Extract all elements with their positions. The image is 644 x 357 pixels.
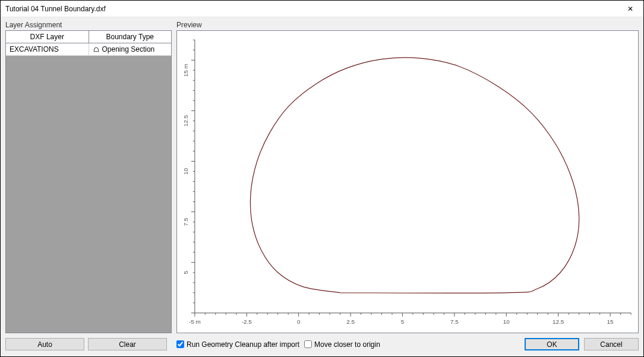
svg-text:15 m: 15 m: [182, 64, 189, 77]
header-dxf-layer: DXF Layer: [6, 31, 89, 43]
grid-header: DXF Layer Boundary Type: [6, 31, 171, 43]
window-title: Tutorial 04 Tunnel Boundary.dxf: [1, 5, 617, 13]
titlebar: Tutorial 04 Tunnel Boundary.dxf ✕: [1, 1, 643, 17]
left-actions: Auto Clear: [5, 338, 172, 350]
run-cleanup-label: Run Geometry Cleanup after import: [187, 340, 299, 349]
dialog-footer: Auto Clear Run Geometry Cleanup after im…: [1, 333, 643, 356]
svg-text:-2.5: -2.5: [242, 318, 252, 325]
svg-text:10: 10: [503, 318, 510, 325]
preview-canvas[interactable]: -5 m-2.502.557.51012.51557.51012.515 m: [176, 30, 639, 333]
auto-button[interactable]: Auto: [5, 338, 84, 350]
header-boundary-type: Boundary Type: [89, 31, 172, 43]
cell-boundary-type[interactable]: Opening Section: [89, 43, 172, 55]
dialog-body: Layer Assignment DXF Layer Boundary Type…: [1, 17, 643, 333]
svg-text:0: 0: [297, 318, 301, 325]
preview-plot: -5 m-2.502.557.51012.51557.51012.515 m: [177, 31, 638, 333]
cell-layer: EXCAVATIONS: [6, 43, 89, 55]
move-origin-input[interactable]: [304, 340, 312, 348]
svg-text:12.5: 12.5: [553, 318, 564, 325]
svg-text:-5 m: -5 m: [189, 318, 201, 325]
layer-assignment-label: Layer Assignment: [5, 21, 172, 29]
run-cleanup-checkbox[interactable]: Run Geometry Cleanup after import: [176, 340, 299, 349]
svg-text:5: 5: [182, 271, 189, 274]
svg-text:5: 5: [401, 318, 405, 325]
svg-text:7.5: 7.5: [450, 318, 459, 325]
cancel-button[interactable]: Cancel: [584, 338, 639, 350]
svg-text:10: 10: [182, 168, 189, 175]
preview-panel: Preview -5 m-2.502.557.51012.51557.51012…: [176, 21, 639, 333]
close-icon: ✕: [627, 5, 633, 13]
svg-text:2.5: 2.5: [346, 318, 355, 325]
preview-label: Preview: [176, 21, 639, 29]
move-origin-label: Move closer to origin: [314, 340, 380, 349]
opening-section-icon: [93, 46, 100, 53]
dialog-window: Tutorial 04 Tunnel Boundary.dxf ✕ Layer …: [0, 0, 644, 357]
run-cleanup-input[interactable]: [176, 340, 184, 348]
close-button[interactable]: ✕: [617, 1, 643, 17]
ok-button[interactable]: OK: [525, 338, 579, 350]
table-row[interactable]: EXCAVATIONSOpening Section: [6, 43, 171, 56]
svg-text:7.5: 7.5: [182, 217, 189, 226]
layer-grid: DXF Layer Boundary Type EXCAVATIONSOpeni…: [5, 30, 172, 333]
move-origin-checkbox[interactable]: Move closer to origin: [304, 340, 380, 349]
svg-text:12.5: 12.5: [182, 115, 189, 127]
svg-text:15: 15: [607, 318, 614, 325]
layer-assignment-panel: Layer Assignment DXF Layer Boundary Type…: [5, 21, 172, 333]
clear-button[interactable]: Clear: [88, 338, 167, 350]
